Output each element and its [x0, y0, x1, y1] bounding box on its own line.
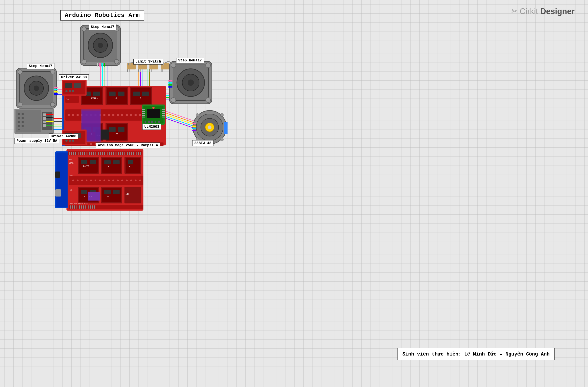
- svg-rect-208: [109, 91, 116, 96]
- svg-rect-287: [162, 109, 165, 110]
- svg-text:E0: E0: [116, 133, 118, 136]
- svg-rect-169: [20, 126, 20, 127]
- svg-rect-116: [21, 114, 21, 115]
- svg-text:Z: Z: [84, 195, 85, 198]
- svg-rect-324: [78, 152, 79, 155]
- svg-rect-344: [122, 152, 123, 155]
- svg-rect-147: [22, 121, 23, 122]
- svg-rect-112: [23, 113, 24, 114]
- svg-point-384: [130, 180, 132, 181]
- svg-rect-111: [22, 113, 23, 114]
- svg-rect-74: [168, 86, 172, 88]
- svg-point-232: [130, 114, 132, 116]
- svg-rect-335: [102, 152, 103, 155]
- svg-rect-95: [163, 62, 164, 66]
- svg-point-371: [72, 180, 74, 181]
- svg-text:MAD: MAD: [69, 159, 72, 161]
- svg-rect-297: [158, 121, 160, 123]
- cirkit-icon: ✂: [511, 7, 518, 16]
- svg-rect-179: [17, 129, 17, 130]
- svg-point-382: [121, 180, 123, 181]
- svg-rect-171: [22, 126, 23, 127]
- svg-rect-92: [151, 69, 152, 72]
- svg-point-220: [77, 114, 79, 116]
- svg-rect-136: [23, 118, 24, 119]
- svg-point-292: [152, 107, 155, 109]
- svg-rect-342: [118, 152, 119, 155]
- arduino-mega-standalone: E0IE1 X Y D10 D9 D8 Z: [55, 149, 145, 213]
- svg-point-269: [65, 90, 68, 92]
- svg-rect-71: [168, 80, 172, 82]
- svg-rect-150: [18, 122, 19, 123]
- svg-rect-178: [23, 128, 24, 128]
- svg-rect-288: [162, 111, 165, 112]
- svg-point-306: [220, 138, 224, 141]
- nema17-left-label: Step Nema17: [27, 63, 54, 69]
- svg-rect-360: [105, 160, 111, 164]
- svg-point-276: [65, 139, 68, 142]
- svg-rect-286: [142, 116, 145, 117]
- svg-rect-331: [93, 152, 94, 155]
- svg-point-56: [18, 102, 22, 107]
- svg-point-377: [99, 180, 101, 181]
- svg-point-70: [206, 98, 210, 103]
- cirkit-logo: ✂ Cirkit Designer: [511, 7, 575, 16]
- svg-rect-213: [142, 91, 149, 96]
- svg-rect-110: [21, 113, 21, 114]
- svg-point-256: [90, 143, 92, 145]
- svg-rect-389: [81, 190, 87, 194]
- svg-rect-91: [149, 69, 150, 72]
- svg-rect-317: [55, 172, 60, 178]
- svg-rect-248: [118, 127, 125, 132]
- svg-rect-168: [18, 126, 19, 127]
- svg-text:X: X: [108, 165, 109, 167]
- svg-rect-97: [161, 69, 162, 72]
- svg-rect-312: [224, 122, 228, 134]
- svg-rect-296: [155, 121, 156, 123]
- driver-a4988-bot-label: Driver A4988: [49, 134, 78, 139]
- nema17-top-label: Step Nema17: [89, 24, 116, 30]
- svg-text:E0IE1: E0IE1: [83, 165, 89, 167]
- svg-rect-172: [23, 126, 24, 127]
- svg-rect-156: [18, 124, 19, 124]
- svg-rect-132: [18, 118, 19, 119]
- svg-rect-295: [151, 121, 153, 123]
- svg-rect-321: [71, 152, 72, 155]
- svg-rect-311: [192, 130, 196, 131]
- svg-rect-141: [22, 120, 23, 120]
- nema17-right: [168, 60, 213, 106]
- svg-point-374: [86, 180, 87, 181]
- svg-rect-137: [17, 120, 17, 120]
- svg-rect-126: [18, 117, 19, 118]
- svg-point-230: [121, 114, 123, 116]
- svg-rect-325: [80, 152, 81, 155]
- svg-rect-187: [46, 114, 54, 115]
- svg-rect-138: [18, 120, 19, 120]
- uln2003-label: ULN2003: [142, 124, 161, 130]
- svg-rect-120: [18, 116, 19, 116]
- svg-point-383: [126, 180, 127, 181]
- nema17-top: [79, 24, 122, 68]
- svg-rect-410: [92, 205, 93, 208]
- nema17-right-label: Step Nema17: [176, 58, 204, 63]
- svg-rect-48: [104, 63, 105, 67]
- driver-a4988-top-label: Driver A4988: [59, 74, 89, 80]
- svg-rect-134: [21, 118, 21, 119]
- svg-rect-109: [20, 113, 20, 114]
- svg-rect-404: [79, 205, 80, 208]
- svg-rect-86: [140, 69, 141, 72]
- svg-rect-133: [20, 118, 20, 119]
- svg-rect-348: [131, 152, 132, 155]
- svg-rect-310: [192, 128, 196, 129]
- svg-rect-267: [65, 83, 72, 88]
- svg-text:ramps.org RAMPS V1.4: ramps.org RAMPS V1.4: [69, 203, 87, 204]
- svg-point-69: [171, 98, 176, 103]
- svg-rect-322: [73, 152, 74, 155]
- svg-rect-119: [17, 116, 17, 116]
- svg-point-53: [34, 86, 39, 91]
- svg-point-386: [139, 180, 141, 181]
- svg-rect-165: [22, 125, 23, 126]
- svg-point-270: [69, 90, 71, 92]
- svg-rect-76: [128, 63, 129, 66]
- svg-rect-341: [116, 152, 116, 155]
